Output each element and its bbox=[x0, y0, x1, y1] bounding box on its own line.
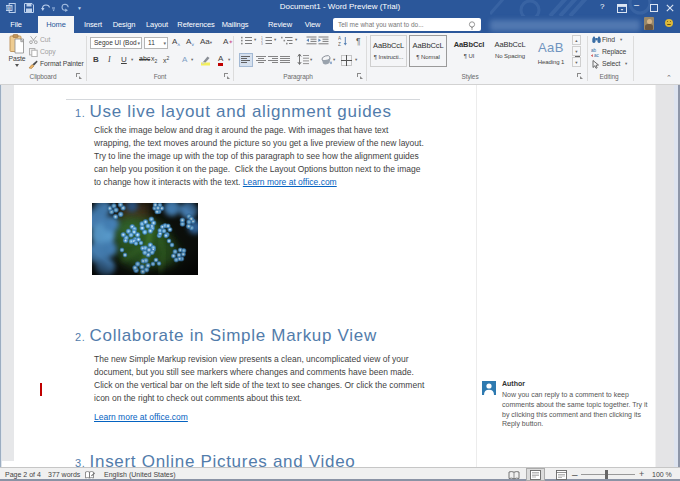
svg-text:ac: ac bbox=[594, 53, 600, 57]
svg-text:Z: Z bbox=[338, 41, 341, 45]
svg-text:W: W bbox=[7, 6, 12, 11]
svg-text:3: 3 bbox=[261, 42, 263, 45]
svg-text:A: A bbox=[338, 36, 342, 41]
